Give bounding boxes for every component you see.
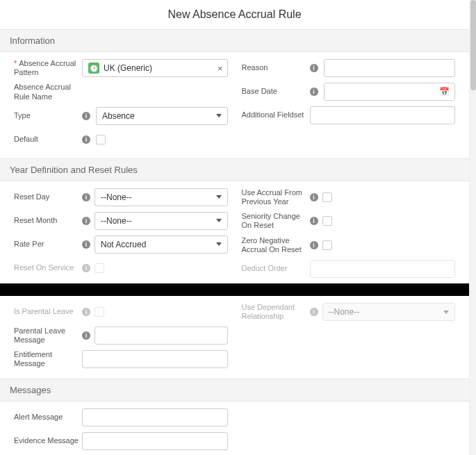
- label-resetday: Reset Day: [14, 192, 82, 201]
- entitlement-input[interactable]: [82, 350, 228, 368]
- page-title: New Absence Accrual Rule: [0, 0, 469, 29]
- info-icon[interactable]: i: [82, 240, 90, 249]
- basedate-input[interactable]: [324, 83, 456, 101]
- chevron-down-icon: [216, 219, 222, 222]
- resetday-select[interactable]: --None--: [95, 188, 228, 206]
- pattern-lookup[interactable]: 🕑 UK (Generic) ×: [82, 59, 228, 77]
- label-pattern: *Absence Accrual Pattern: [14, 59, 82, 77]
- label-rateper: Rate Per: [14, 240, 82, 249]
- info-icon[interactable]: i: [310, 217, 318, 225]
- useaccrual-checkbox[interactable]: [322, 192, 332, 202]
- vertical-scrollbar[interactable]: [469, 0, 476, 455]
- info-icon: i: [310, 308, 318, 316]
- section-body-messages: Alert Message Evidence Message Block Mes…: [0, 402, 469, 455]
- info-icon[interactable]: i: [310, 64, 318, 72]
- label-addfield: Additional Fieldset: [242, 110, 310, 119]
- label-basedate: Base Date: [242, 87, 310, 96]
- addfield-input[interactable]: [310, 106, 456, 124]
- alertmsg-input[interactable]: [82, 408, 228, 427]
- label-default: Default: [14, 135, 82, 144]
- label-parentalmsg: Parental Leave Message: [14, 326, 82, 345]
- chevron-down-icon: [443, 311, 449, 314]
- info-icon[interactable]: i: [82, 112, 90, 120]
- label-type: Type: [14, 111, 82, 120]
- composite-gap: [0, 283, 469, 296]
- chevron-down-icon: [216, 114, 222, 117]
- info-icon[interactable]: i: [82, 331, 90, 340]
- isparental-checkbox: [95, 307, 104, 317]
- clock-icon: 🕑: [88, 63, 99, 74]
- label-alert: Alert Message: [14, 413, 82, 422]
- info-icon[interactable]: i: [310, 88, 318, 96]
- zeroneg-checkbox[interactable]: [322, 240, 332, 250]
- section-body-information: *Absence Accrual Pattern 🕑 UK (Generic) …: [0, 52, 469, 158]
- info-icon[interactable]: i: [310, 193, 318, 201]
- label-entitlement: Entitlement Message: [14, 350, 82, 368]
- info-icon: i: [82, 264, 90, 272]
- section-head-information: Information: [0, 29, 469, 52]
- label-deductorder: Deduct Order: [242, 264, 310, 273]
- info-icon[interactable]: i: [82, 135, 90, 144]
- section-head-messages: Messages: [0, 379, 469, 402]
- default-checkbox[interactable]: [96, 135, 106, 144]
- seniority-checkbox[interactable]: [322, 216, 332, 226]
- label-zeroneg: Zero Negative Accrual On Reset: [242, 236, 310, 254]
- section-head-year: Year Definition and Reset Rules: [0, 158, 469, 181]
- deductorder-input: [310, 260, 456, 278]
- label-useaccrual: Use Accrual From Previous Year: [242, 188, 310, 206]
- chevron-down-icon: [216, 195, 222, 199]
- label-resetmonth: Reset Month: [14, 216, 82, 225]
- chevron-down-icon: [216, 242, 222, 246]
- label-reason: Reason: [242, 63, 310, 72]
- pattern-value: UK (Generic): [104, 63, 152, 73]
- label-seniority: Seniority Change On Reset: [242, 212, 310, 230]
- rateper-select[interactable]: Not Accrued: [95, 235, 228, 254]
- info-icon[interactable]: i: [82, 217, 90, 225]
- resetonservice-checkbox: [95, 263, 104, 273]
- label-usedep: Use Dependant Relationship: [242, 303, 310, 321]
- label-isparental: Is Parental Leave: [14, 307, 82, 316]
- reason-input[interactable]: [324, 59, 456, 77]
- label-evidence: Evidence Message: [14, 436, 82, 445]
- parentalmsg-input[interactable]: [95, 326, 228, 345]
- info-icon: i: [82, 308, 90, 316]
- section-body-year: Reset Day i --None-- Reset Month i --Non…: [0, 181, 469, 283]
- label-rulename: Absence Accrual Rule Name: [14, 83, 82, 101]
- type-select[interactable]: Absence: [96, 107, 228, 125]
- scrollbar-thumb[interactable]: [470, 0, 476, 90]
- info-icon[interactable]: i: [82, 193, 90, 201]
- clear-icon[interactable]: ×: [218, 63, 223, 74]
- section-body-parental: Is Parental Leave i Parental Leave Messa…: [0, 296, 469, 379]
- evidencemsg-input[interactable]: [82, 432, 228, 450]
- usedep-select: --None--: [322, 303, 456, 321]
- label-resetonservice: Reset On Service: [14, 263, 82, 272]
- calendar-icon[interactable]: 📅: [439, 87, 450, 97]
- info-icon[interactable]: i: [310, 241, 318, 249]
- resetmonth-select[interactable]: --None--: [95, 212, 228, 230]
